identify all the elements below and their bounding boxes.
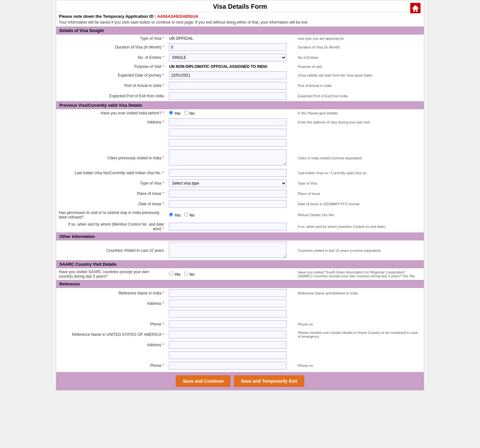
refused-hint: Refuse Details Yes /No <box>295 209 424 221</box>
address-input-3[interactable] <box>169 139 286 147</box>
refused-detail-input[interactable] <box>169 223 286 230</box>
no-entries-hint: No of Entries <box>295 52 424 63</box>
saarc-no-radio[interactable] <box>184 272 188 276</box>
purpose-label: Purpose of Visit * <box>56 63 166 70</box>
row-address-1: Address * Enter the address of stay duri… <box>56 117 424 127</box>
ref-india-phone-label: Phone * <box>56 319 166 329</box>
row-ref-home-phone: Phone * Phone no <box>56 360 424 371</box>
save-continue-button[interactable]: Save and Continue <box>176 375 231 387</box>
refused-yes-radio[interactable] <box>169 212 173 217</box>
row-port-exit: Expected Port of Exit from India Expecte… <box>56 91 424 101</box>
date-of-issue-hint: Date of Issue in (DD/MM/YYYY) format <box>295 199 424 209</box>
visited-before-radios: Yes No <box>169 111 197 116</box>
port-exit-input[interactable] <box>169 92 286 100</box>
saarc-hint: Have you visited "South Asian Associatio… <box>295 268 424 280</box>
visa-type-prev-select[interactable]: Select visa type TOURIST BUSINESS EMPLOY… <box>169 179 286 187</box>
row-place-of-issue: Place of Issue * Place of Issue <box>56 188 424 199</box>
cities-hint: Cities in India visited (comma separated… <box>295 148 424 168</box>
visited-before-label: Have you ever visited India before? * <box>56 109 166 117</box>
cities-label: Cities previously visited in India * <box>56 148 166 168</box>
visa-details-table: Type of Visa * UN OFFICIAL visa type you… <box>56 35 424 101</box>
temp-id-label: Please note down the Temporary Applicati… <box>59 14 156 19</box>
ref-india-name-label: Reference Name in India * <box>56 288 166 298</box>
save-exit-button[interactable]: Save and Temporarily Exit <box>234 375 304 387</box>
row-last-visa-no: Last Indian Visa No/Currently valid Indi… <box>56 168 424 178</box>
countries-visited-label: Countries Visited in Last 10 years <box>56 240 166 260</box>
duration-hint: Duration of Visa (In Month) <box>295 42 424 52</box>
ref-home-phone-input[interactable] <box>169 362 286 369</box>
visa-type-prev-label: Type of Visa * <box>56 178 166 188</box>
page-title: Visa Details Form <box>56 3 424 10</box>
row-saarc: Have you visited SAARC countries (except… <box>56 268 424 280</box>
ref-india-address-input-1[interactable] <box>169 300 286 307</box>
duration-label: Duration of Visa (In Month) * <box>56 42 166 52</box>
row-ref-india-phone: Phone * Phone no <box>56 319 424 329</box>
refused-detail-label: If so, when and by whom (Mention Control… <box>56 221 166 232</box>
place-of-issue-hint: Place of Issue <box>295 188 424 199</box>
row-countries-visited: Countries Visited in Last 10 years Count… <box>56 240 424 260</box>
row-port-arrival: Port of Arrival in India * Port of Arriv… <box>56 80 424 91</box>
refused-radios: Yes No <box>169 213 197 218</box>
refused-no-radio[interactable] <box>184 212 188 217</box>
ref-home-address-input-1[interactable] <box>169 341 286 349</box>
ref-home-name-input[interactable] <box>169 331 286 338</box>
ref-home-address-label: Address * <box>56 340 166 350</box>
row-visited-before: Have you ever visited India before? * Ye… <box>56 109 424 117</box>
row-ref-home-address-1: Address * <box>56 340 424 350</box>
section-other-info: Other Information <box>56 232 424 240</box>
row-ref-india-address-1: Address * <box>56 298 424 309</box>
footer-bar: Save and Continue Save and Temporarily E… <box>56 372 424 390</box>
ref-home-address-input-2[interactable] <box>169 351 286 359</box>
home-icon[interactable] <box>410 3 421 13</box>
date-of-issue-input[interactable] <box>169 200 286 208</box>
purpose-value: UN NON-DIPLOMATIC OFFICIAL ASSIGNED TO I… <box>169 64 267 69</box>
row-cities: Cities previously visited in India * Cit… <box>56 148 424 168</box>
port-arrival-label: Port of Arrival in India * <box>56 80 166 91</box>
temp-id-line: Please note down the Temporary Applicati… <box>56 12 424 19</box>
refused-label: Has permission to visit or to extend sta… <box>56 209 166 221</box>
ref-india-address-label: Address * <box>56 298 166 309</box>
section-previous-visa: Previous Visa/Currently valid Visa Detai… <box>56 101 424 109</box>
address-input-2[interactable] <box>169 129 286 136</box>
visited-before-hint: If Yes Please give Details <box>295 109 424 117</box>
visited-no-radio[interactable] <box>184 111 188 115</box>
saarc-yes-radio[interactable] <box>169 272 173 276</box>
expected-date-label: Expected Date of journey * <box>56 70 166 80</box>
row-address-2 <box>56 127 424 138</box>
ref-india-phone-hint: Phone no <box>295 319 424 329</box>
duration-input[interactable] <box>169 43 286 51</box>
port-arrival-hint: Port of Arrival in India <box>295 80 424 91</box>
reference-table: Reference Name in India * Reference Name… <box>56 288 424 371</box>
address-input-1[interactable] <box>169 118 286 126</box>
ref-home-name-label: Reference Name in UNITED STATES OF AMERI… <box>56 329 166 340</box>
countries-visited-hint: Countries visited in last 10 years (comm… <box>295 240 424 260</box>
countries-visited-textarea[interactable] <box>169 242 286 258</box>
row-date-of-issue: Date of Issue * Date of Issue in (DD/MM/… <box>56 199 424 209</box>
port-arrival-input[interactable] <box>169 82 286 90</box>
expected-date-input[interactable] <box>169 71 286 79</box>
place-of-issue-label: Place of Issue * <box>56 188 166 199</box>
row-purpose: Purpose of Visit * UN NON-DIPLOMATIC OFF… <box>56 63 424 70</box>
ref-india-phone-input[interactable] <box>169 320 286 328</box>
no-entries-select[interactable]: SINGLE DOUBLE MULTIPLE <box>169 54 286 61</box>
row-address-3 <box>56 138 424 148</box>
cities-textarea[interactable] <box>169 149 286 165</box>
row-refused: Has permission to visit or to extend sta… <box>56 209 424 221</box>
row-ref-india-address-2 <box>56 309 424 319</box>
ref-india-address-input-2[interactable] <box>169 310 286 318</box>
place-of-issue-input[interactable] <box>169 190 286 197</box>
saarc-question-label: Have you visited SAARC countries (except… <box>56 268 166 280</box>
row-ref-home-name: Reference Name in UNITED STATES OF AMERI… <box>56 329 424 340</box>
temp-id-value: A4X6A3A8JU4DGUA <box>157 14 198 19</box>
type-of-visa-hint: visa type you are applying for <box>295 35 424 42</box>
row-refused-detail: If so, when and by whom (Mention Control… <box>56 221 424 232</box>
last-visa-no-label: Last Indian Visa No/Currently valid Indi… <box>56 168 166 178</box>
ref-india-name-input[interactable] <box>169 289 286 297</box>
ref-home-name-hint: Please mention one contact details in Ho… <box>295 329 424 340</box>
last-visa-no-input[interactable] <box>169 169 286 177</box>
section-visa-details: Details of Visa Sought <box>56 27 424 35</box>
address-label: Address * <box>56 117 166 127</box>
port-exit-label: Expected Port of Exit from India <box>56 91 166 101</box>
visited-yes-radio[interactable] <box>169 111 173 115</box>
type-of-visa-label: Type of Visa * <box>56 35 166 42</box>
